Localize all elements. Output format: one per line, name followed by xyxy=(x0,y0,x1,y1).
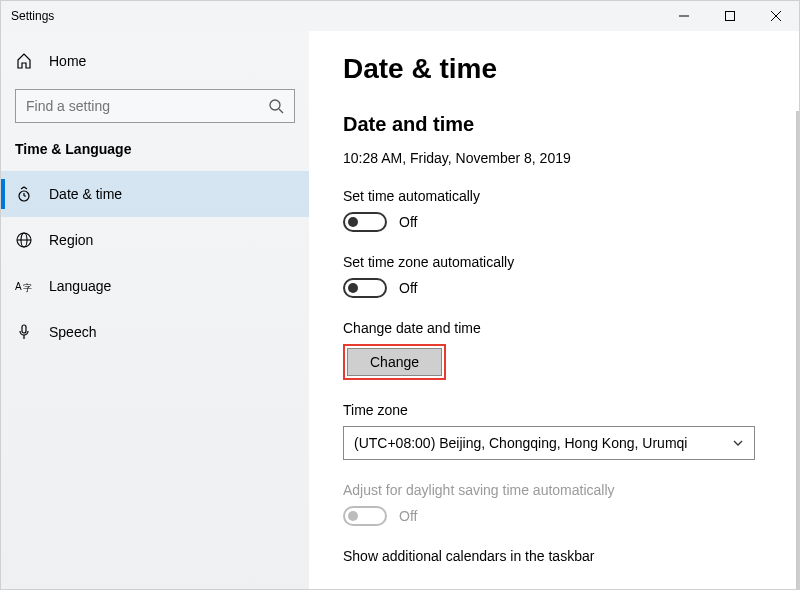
microphone-icon xyxy=(15,324,33,340)
nav-language[interactable]: A字 Language xyxy=(1,263,309,309)
toggle-knob xyxy=(348,511,358,521)
chevron-down-icon xyxy=(732,437,744,449)
sidebar: Home Time & Language Date & time xyxy=(1,31,309,589)
category-heading: Time & Language xyxy=(1,137,309,171)
globe-icon xyxy=(15,232,33,248)
home-label: Home xyxy=(49,53,86,69)
home-icon xyxy=(15,53,33,69)
minimize-button[interactable] xyxy=(661,1,707,31)
svg-text:A: A xyxy=(15,281,22,292)
change-datetime-group: Change date and time Change xyxy=(343,320,765,380)
dst-label: Adjust for daylight saving time automati… xyxy=(343,482,765,498)
search-wrap xyxy=(1,81,309,137)
section-heading: Date and time xyxy=(343,113,765,136)
close-button[interactable] xyxy=(753,1,799,31)
svg-point-4 xyxy=(270,100,280,110)
page-title: Date & time xyxy=(343,53,765,85)
svg-line-5 xyxy=(279,109,283,113)
nav-date-time[interactable]: Date & time xyxy=(1,171,309,217)
set-tz-auto-group: Set time zone automatically Off xyxy=(343,254,765,298)
set-time-auto-state: Off xyxy=(399,214,417,230)
set-time-auto-label: Set time automatically xyxy=(343,188,765,204)
search-box[interactable] xyxy=(15,89,295,123)
svg-rect-14 xyxy=(22,325,26,333)
content: Date & time Date and time 10:28 AM, Frid… xyxy=(309,31,799,589)
close-icon xyxy=(771,11,781,21)
set-tz-auto-toggle[interactable] xyxy=(343,278,387,298)
change-button[interactable]: Change xyxy=(347,348,442,376)
nav-label: Region xyxy=(49,232,93,248)
timezone-label: Time zone xyxy=(343,402,765,418)
set-time-auto-group: Set time automatically Off xyxy=(343,188,765,232)
nav-speech[interactable]: Speech xyxy=(1,309,309,355)
svg-text:字: 字 xyxy=(23,283,32,293)
titlebar: Settings xyxy=(1,1,799,31)
timezone-group: Time zone (UTC+08:00) Beijing, Chongqing… xyxy=(343,402,765,460)
additional-calendars-label: Show additional calendars in the taskbar xyxy=(343,548,765,564)
body: Home Time & Language Date & time xyxy=(1,31,799,589)
clock-icon xyxy=(15,186,33,202)
change-datetime-label: Change date and time xyxy=(343,320,765,336)
current-datetime: 10:28 AM, Friday, November 8, 2019 xyxy=(343,150,765,166)
set-tz-auto-state: Off xyxy=(399,280,417,296)
scrollbar[interactable] xyxy=(796,111,799,589)
window-controls xyxy=(661,1,799,31)
maximize-icon xyxy=(725,11,735,21)
minimize-icon xyxy=(679,11,689,21)
dst-state: Off xyxy=(399,508,417,524)
svg-rect-1 xyxy=(726,12,735,21)
timezone-select[interactable]: (UTC+08:00) Beijing, Chongqing, Hong Kon… xyxy=(343,426,755,460)
window-title: Settings xyxy=(1,9,661,23)
nav: Date & time Region A字 Language xyxy=(1,171,309,355)
settings-window: Settings Home xyxy=(0,0,800,590)
maximize-button[interactable] xyxy=(707,1,753,31)
set-time-auto-toggle[interactable] xyxy=(343,212,387,232)
nav-label: Speech xyxy=(49,324,96,340)
search-icon xyxy=(268,98,284,114)
timezone-value: (UTC+08:00) Beijing, Chongqing, Hong Kon… xyxy=(354,435,687,451)
search-input[interactable] xyxy=(26,98,268,114)
set-tz-auto-label: Set time zone automatically xyxy=(343,254,765,270)
dst-group: Adjust for daylight saving time automati… xyxy=(343,482,765,526)
nav-label: Language xyxy=(49,278,111,294)
dst-toggle xyxy=(343,506,387,526)
nav-label: Date & time xyxy=(49,186,122,202)
home-nav[interactable]: Home xyxy=(1,41,309,81)
toggle-knob xyxy=(348,217,358,227)
language-icon: A字 xyxy=(15,278,33,294)
toggle-knob xyxy=(348,283,358,293)
change-button-highlight: Change xyxy=(343,344,446,380)
nav-region[interactable]: Region xyxy=(1,217,309,263)
